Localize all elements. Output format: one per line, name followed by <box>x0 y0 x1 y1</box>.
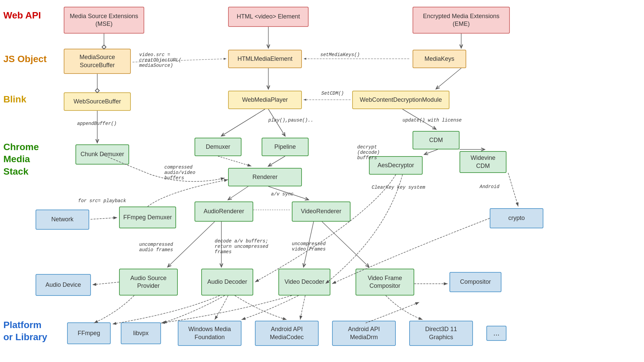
annotation-decode-buffers: decode a/v buffers; return uncompressed … <box>215 238 268 255</box>
annotation-setmediakeys: setMediaKeys() <box>320 52 360 57</box>
annotation-uncompressed-video: uncompressed video frames <box>292 241 326 252</box>
box-windows-media-foundation: Windows Media Foundation <box>178 321 241 346</box>
svg-line-23 <box>91 218 117 219</box>
box-chunk-demuxer: Chunk Demuxer <box>75 144 129 165</box>
box-ffmpeg: FFmpeg <box>67 322 111 344</box>
box-audio-device: Audio Device <box>36 274 91 296</box>
box-ellipsis: ... <box>486 326 506 341</box>
label-webapi: Web API <box>3 10 41 21</box>
box-websourcebuffer: WebSourceBuffer <box>64 92 131 111</box>
svg-line-24 <box>168 222 215 267</box>
svg-line-27 <box>322 222 369 267</box>
box-crypto: crypto <box>490 208 543 228</box>
box-htmlmediaelement: HTMLMediaElement <box>228 50 302 68</box>
box-audio-decoder: Audio Decoder <box>201 269 253 296</box>
annotation-android: Android <box>480 184 499 189</box>
box-webcontentdecryptionmodule: WebContentDecryptionModule <box>352 91 449 109</box>
box-direct3d: Direct3D 11 Graphics <box>409 321 473 346</box>
box-renderer: Renderer <box>228 168 302 186</box>
box-video-decoder: Video Decoder <box>278 269 330 296</box>
box-webmediaplayer: WebMediaPlayer <box>228 91 302 109</box>
annotation-for-src-playback: for src= playback <box>78 198 126 203</box>
box-html-video: HTML <video> Element <box>228 7 309 27</box>
box-audio-source-provider: Audio Source Provider <box>119 269 178 296</box>
annotation-playpause: play(),pause().. <box>268 118 313 123</box>
svg-line-16 <box>268 156 285 166</box>
svg-line-29 <box>92 282 119 285</box>
box-cdm: CDM <box>413 131 460 149</box>
box-android-api-mediadrm: Android API MediaDrm <box>332 321 396 346</box>
svg-line-20 <box>228 186 248 200</box>
svg-line-19 <box>218 156 252 166</box>
box-ffmpeg-demuxer: FFmpeg Demuxer <box>119 207 176 228</box>
annotation-uncompressed-audio: uncompressed audio frames <box>139 242 173 253</box>
label-platform: Platform or Library <box>3 319 47 344</box>
svg-line-8 <box>436 68 461 89</box>
box-video-frame-compositor: Video Frame Compositor <box>356 269 414 296</box>
box-compositor: Compositor <box>449 272 501 292</box>
diagram-container: Web API JS Object Blink Chrome Media Sta… <box>0 0 644 362</box>
annotation-compressed-buffers: compressed audio/video buffers <box>164 165 195 181</box>
box-videorenderer: VideoRenderer <box>292 201 351 222</box>
box-mse: Media Source Extensions (MSE) <box>64 7 144 34</box>
annotation-clearkey: ClearKey key system <box>372 185 425 190</box>
box-demuxer: Demuxer <box>195 138 241 156</box>
annotation-decrypt-buffers: decrypt (decode) buffers <box>357 144 380 161</box>
annotation-av-sync: a/v sync <box>271 191 293 197</box>
annotation-update-license: update() with license <box>402 118 462 123</box>
label-blink: Blink <box>3 94 26 105</box>
box-android-api-mediacodec: Android API MediaCodec <box>255 321 319 346</box>
annotation-video-src: video.src = creatObjectURL( mediaSource) <box>139 52 181 68</box>
svg-line-13 <box>221 109 265 136</box>
box-network: Network <box>36 210 89 230</box>
box-audiorenderer: AudioRenderer <box>195 201 253 222</box>
annotation-setcdm: SetCDM() <box>321 91 344 96</box>
box-mediasource-sourcebuffer: MediaSource SourceBuffer <box>64 49 131 74</box>
box-pipeline: Pipeline <box>262 138 309 156</box>
annotation-appendbuffer: appendBuffer() <box>77 121 117 126</box>
label-jsobject: JS Object <box>3 54 47 64</box>
svg-line-17 <box>424 149 438 154</box>
box-eme: Encrypted Media Extensions (EME) <box>413 7 510 34</box>
box-mediakeys: MediaKeys <box>413 50 466 68</box>
label-chromemedia: Chrome Media Stack <box>3 141 39 178</box>
svg-line-28 <box>508 173 518 207</box>
box-libvpx: libvpx <box>121 322 161 344</box>
box-widevinecdm: Widevine CDM <box>460 151 506 173</box>
